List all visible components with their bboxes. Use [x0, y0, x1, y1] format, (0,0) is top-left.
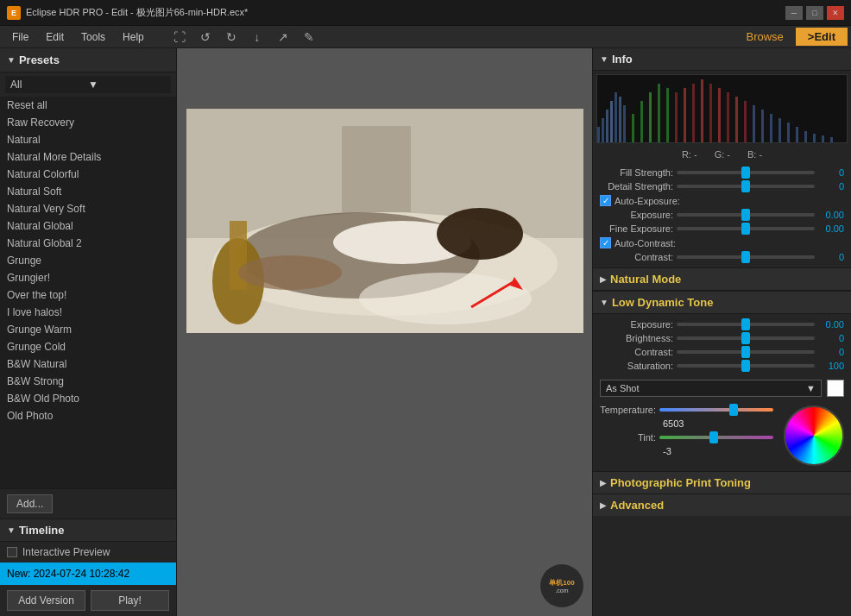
preset-item-grunge-warm[interactable]: Grunge Warm — [0, 321, 176, 338]
preset-item-bw-strong[interactable]: B&W Strong — [0, 373, 176, 390]
info-section-header[interactable]: ▼ Info — [593, 48, 851, 71]
ldt-exposure-thumb[interactable] — [741, 318, 750, 330]
color-wheel[interactable] — [784, 405, 844, 466]
presets-header[interactable]: ▼ Presets — [0, 48, 176, 72]
preset-item-raw-recovery[interactable]: Raw Recovery — [0, 114, 176, 131]
as-shot-chevron-icon: ▼ — [806, 383, 816, 393]
preset-item-over-the-top[interactable]: Over the top! — [0, 286, 176, 304]
add-version-button[interactable]: Add Version — [7, 590, 85, 611]
fill-strength-slider[interactable] — [677, 171, 815, 174]
histogram-svg — [597, 75, 847, 142]
svg-rect-27 — [684, 88, 686, 142]
contrast-slider[interactable] — [677, 255, 815, 259]
preset-item-bw-natural[interactable]: B&W Natural — [0, 355, 176, 373]
contrast-thumb[interactable] — [741, 251, 750, 263]
watermark-url: .com — [555, 588, 568, 594]
download-icon[interactable]: ↓ — [248, 28, 267, 47]
preset-item-natural[interactable]: Natural — [0, 131, 176, 148]
preset-item-natural-global-2[interactable]: Natural Global 2 — [0, 235, 176, 252]
maximize-button[interactable]: □ — [806, 6, 823, 20]
preset-item-bw-old-photo[interactable]: B&W Old Photo — [0, 390, 176, 407]
ldt-saturation-thumb[interactable] — [741, 360, 750, 372]
menu-file[interactable]: File — [3, 29, 37, 45]
temperature-label: Temperature: — [600, 405, 656, 415]
svg-rect-32 — [727, 92, 729, 142]
as-shot-dropdown[interactable]: As Shot ▼ — [600, 380, 822, 397]
svg-rect-40 — [796, 127, 798, 142]
ldt-saturation-slider[interactable] — [677, 364, 815, 368]
ldt-contrast-slider[interactable] — [677, 350, 815, 354]
export-icon[interactable]: ↗ — [274, 28, 293, 47]
preset-item-natural-more-details[interactable]: Natural More Details — [0, 148, 176, 166]
preset-item-natural-soft[interactable]: Natural Soft — [0, 183, 176, 200]
preset-item-old-photo[interactable]: Old Photo — [0, 407, 176, 424]
menu-tools[interactable]: Tools — [72, 29, 114, 45]
close-button[interactable]: ✕ — [827, 6, 844, 20]
preset-item-natural-very-soft[interactable]: Natural Very Soft — [0, 200, 176, 217]
exposure-row: Exposure: 0.00 — [593, 208, 851, 222]
menu-help[interactable]: Help — [114, 29, 153, 45]
menu-edit[interactable]: Edit — [37, 29, 72, 45]
preset-item-natural-colorful[interactable]: Natural Colorful — [0, 166, 176, 183]
svg-rect-44 — [830, 137, 833, 142]
svg-rect-20 — [623, 105, 626, 142]
exposure-thumb[interactable] — [741, 209, 750, 221]
timeline-entry[interactable]: New: 2024-07-24 10:28:42 — [0, 563, 176, 585]
svg-rect-36 — [761, 110, 764, 142]
redo-icon[interactable]: ↻ — [222, 28, 241, 47]
svg-rect-26 — [675, 92, 678, 142]
svg-rect-19 — [619, 97, 621, 142]
tint-slider[interactable] — [659, 436, 773, 439]
ldt-exposure-slider[interactable] — [677, 323, 815, 326]
svg-rect-38 — [779, 118, 781, 142]
tint-thumb[interactable] — [709, 431, 718, 443]
svg-rect-39 — [787, 123, 790, 142]
preset-item-natural-global[interactable]: Natural Global — [0, 217, 176, 235]
temperature-value-row: 6503 — [596, 418, 777, 430]
fullscreen-icon[interactable]: ⛶ — [170, 28, 189, 47]
presets-category-dropdown[interactable]: All ▼ — [5, 76, 171, 93]
ldt-brightness-slider[interactable] — [677, 336, 815, 340]
exposure-slider[interactable] — [677, 213, 815, 217]
pen-icon[interactable]: ✎ — [299, 28, 318, 47]
temperature-slider[interactable] — [659, 408, 773, 412]
titlebar: E Eclipse HDR PRO - Edit - 极光图片66-min-HD… — [0, 0, 851, 26]
minimize-button[interactable]: ─ — [785, 6, 803, 20]
low-dynamic-tone-header[interactable]: ▼ Low Dynamic Tone — [593, 291, 851, 314]
preset-item-grunge-cold[interactable]: Grunge Cold — [0, 338, 176, 355]
timeline-header[interactable]: ▼ Timeline — [0, 519, 176, 542]
preset-item-grungier[interactable]: Grungier! — [0, 269, 176, 286]
preset-item-grunge[interactable]: Grunge — [0, 252, 176, 269]
low-dynamic-tone-label: Low Dynamic Tone — [612, 296, 714, 309]
photographic-print-label: Photographic Print Toning — [610, 476, 751, 489]
play-button[interactable]: Play! — [91, 590, 169, 611]
temperature-thumb[interactable] — [729, 404, 738, 416]
auto-contrast-checkbox[interactable]: ✓ — [600, 237, 611, 248]
tint-value-row: -3 — [596, 445, 777, 457]
browse-button[interactable]: Browse — [734, 28, 795, 46]
detail-strength-slider[interactable] — [677, 185, 815, 188]
interactive-preview-checkbox[interactable] — [7, 547, 17, 557]
advanced-header[interactable]: ▶ Advanced — [593, 493, 851, 516]
fine-exposure-thumb[interactable] — [741, 223, 750, 235]
ldt-contrast-thumb[interactable] — [741, 346, 750, 358]
add-preset-button[interactable]: Add... — [7, 494, 53, 513]
timeline-section: ▼ Timeline Interactive Preview New: 2024… — [0, 519, 176, 616]
presets-category-value: All — [10, 79, 88, 91]
ldt-brightness-value: 0 — [818, 333, 844, 343]
auto-exposure-checkbox[interactable]: ✓ — [600, 195, 611, 206]
photographic-print-header[interactable]: ▶ Photographic Print Toning — [593, 471, 851, 493]
undo-icon[interactable]: ↺ — [196, 28, 215, 47]
fine-exposure-slider[interactable] — [677, 227, 815, 230]
ldt-brightness-thumb[interactable] — [741, 332, 750, 344]
svg-rect-23 — [649, 92, 652, 142]
edit-button[interactable]: >Edit — [796, 28, 848, 46]
preset-item-reset-all[interactable]: Reset all — [0, 97, 176, 114]
fill-strength-thumb[interactable] — [741, 167, 750, 179]
info-collapse-icon: ▼ — [600, 54, 608, 64]
svg-point-8 — [437, 208, 523, 260]
white-swatch[interactable] — [827, 380, 844, 397]
detail-strength-thumb[interactable] — [741, 180, 750, 192]
preset-item-i-love-halos[interactable]: I love halos! — [0, 304, 176, 321]
natural-mode-header[interactable]: ▶ Natural Mode — [593, 267, 851, 291]
